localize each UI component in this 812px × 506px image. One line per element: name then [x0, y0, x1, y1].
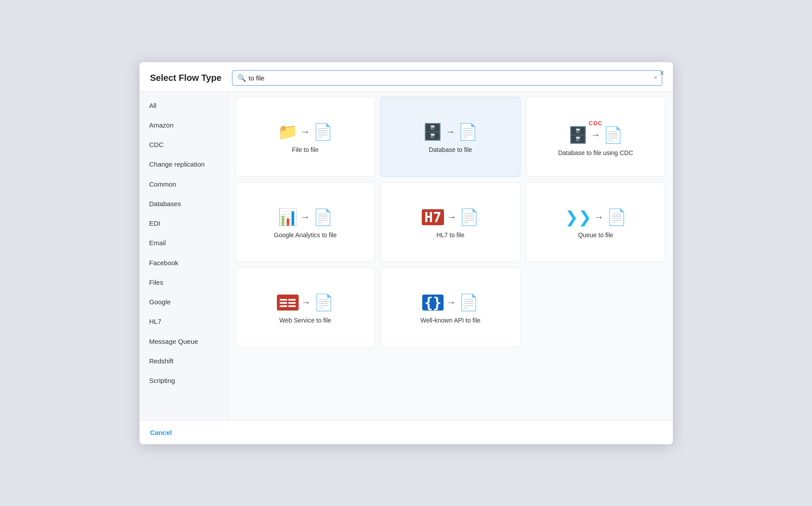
hl7-to-file-label: HL7 to file	[436, 231, 464, 239]
card-well-known-api-to-file[interactable]: {}→📄Well-known API to file	[380, 267, 520, 347]
card-database-to-file-cdc[interactable]: CDC🗄️→📄Database to file using CDC	[526, 97, 666, 177]
modal-title: Select Flow Type	[150, 73, 222, 83]
sidebar-item-email[interactable]: Email	[140, 233, 228, 253]
content-area: 📁→📄File to file🗄️→📄Database to fileCDC🗄️…	[228, 92, 673, 420]
card-queue-to-file[interactable]: ❯❯→📄Queue to file	[526, 182, 666, 262]
sidebar-item-edi[interactable]: EDI	[140, 214, 228, 233]
search-wrap: 🔍 ×	[232, 70, 662, 86]
card-hl7-to-file[interactable]: H7→📄HL7 to file	[380, 182, 520, 262]
card-file-to-file[interactable]: 📁→📄File to file	[236, 97, 376, 177]
queue-to-file-icon: ❯❯→📄	[565, 209, 627, 225]
sidebar-item-message-queue[interactable]: Message Queue	[140, 332, 228, 351]
sidebar-item-scripting[interactable]: Scripting	[140, 371, 228, 390]
well-known-api-to-file-icon: {}→📄	[422, 295, 479, 311]
modal-header: Select Flow Type 🔍 ×	[140, 62, 673, 92]
card-web-service-to-file[interactable]: ≡≡→📄Web Service to file	[236, 267, 376, 347]
sidebar-item-common[interactable]: Common	[140, 175, 228, 194]
web-service-to-file-label: Web Service to file	[280, 317, 331, 324]
search-clear-button[interactable]: ×	[653, 74, 657, 82]
close-button[interactable]: ×	[660, 68, 665, 77]
database-to-file-icon: 🗄️→📄	[423, 124, 478, 140]
sidebar-item-cdc[interactable]: CDC	[140, 135, 228, 155]
cancel-button[interactable]: Cancel	[150, 427, 172, 438]
sidebar-item-hl7[interactable]: HL7	[140, 312, 228, 331]
modal-footer: Cancel	[140, 420, 673, 444]
sidebar-item-redshift[interactable]: Redshift	[140, 351, 228, 371]
sidebar-item-change-replication[interactable]: Change replication	[140, 155, 228, 174]
sidebar-item-google[interactable]: Google	[140, 292, 228, 312]
database-to-file-label: Database to file	[429, 146, 472, 153]
database-to-file-cdc-icon: CDC🗄️→📄	[568, 120, 623, 143]
sidebar-item-databases[interactable]: Databases	[140, 194, 228, 214]
select-flow-type-modal: × Select Flow Type 🔍 × AllAmazonCDCChang…	[140, 62, 673, 444]
database-to-file-cdc-label: Database to file using CDC	[558, 149, 633, 156]
queue-to-file-label: Queue to file	[578, 231, 613, 239]
modal-body: AllAmazonCDCChange replicationCommonData…	[140, 92, 673, 420]
cards-grid: 📁→📄File to file🗄️→📄Database to fileCDC🗄️…	[236, 97, 666, 347]
sidebar-item-facebook[interactable]: Facebook	[140, 253, 228, 273]
sidebar-item-files[interactable]: Files	[140, 273, 228, 292]
sidebar-item-amazon[interactable]: Amazon	[140, 116, 228, 135]
file-to-file-label: File to file	[292, 146, 319, 153]
hl7-to-file-icon: H7→📄	[422, 209, 480, 225]
web-service-to-file-icon: ≡≡→📄	[277, 295, 334, 311]
well-known-api-to-file-label: Well-known API to file	[420, 317, 480, 324]
google-analytics-to-file-label: Google Analytics to file	[274, 231, 337, 239]
google-analytics-to-file-icon: 📊→📄	[278, 209, 333, 225]
search-input[interactable]	[232, 70, 662, 86]
card-google-analytics-to-file[interactable]: 📊→📄Google Analytics to file	[236, 182, 376, 262]
file-to-file-icon: 📁→📄	[278, 124, 333, 140]
sidebar-item-all[interactable]: All	[140, 96, 228, 116]
card-database-to-file[interactable]: 🗄️→📄Database to file	[380, 97, 520, 177]
sidebar: AllAmazonCDCChange replicationCommonData…	[140, 92, 228, 420]
